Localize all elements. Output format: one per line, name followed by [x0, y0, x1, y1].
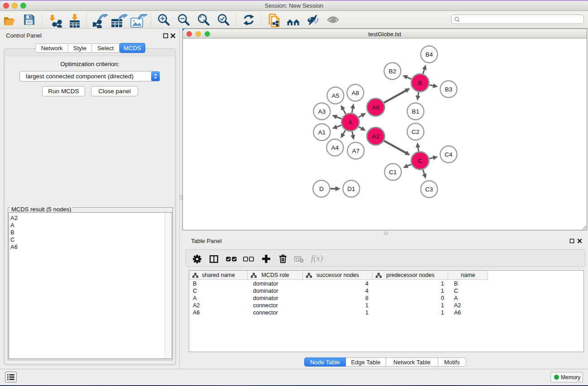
svg-text:C1: C1 [389, 169, 397, 176]
svg-text:C2: C2 [411, 129, 419, 135]
svg-text:A6: A6 [372, 104, 380, 111]
svg-text:B: B [418, 80, 422, 86]
svg-text:B1: B1 [412, 108, 420, 115]
svg-text:B3: B3 [445, 86, 453, 93]
svg-text:A2: A2 [372, 133, 380, 140]
svg-text:C3: C3 [425, 186, 433, 193]
svg-text:A3: A3 [318, 108, 326, 115]
svg-text:A: A [348, 119, 352, 126]
svg-text:A1: A1 [318, 129, 326, 136]
svg-text:C: C [418, 157, 422, 164]
svg-text:B4: B4 [425, 51, 433, 58]
svg-text:D1: D1 [347, 186, 355, 192]
svg-text:C4: C4 [445, 151, 453, 158]
svg-text:B2: B2 [389, 68, 397, 75]
svg-text:D: D [319, 186, 324, 192]
svg-text:A4: A4 [331, 144, 339, 151]
svg-text:A7: A7 [352, 148, 360, 154]
svg-text:A5: A5 [332, 92, 339, 99]
svg-text:A8: A8 [352, 90, 359, 96]
